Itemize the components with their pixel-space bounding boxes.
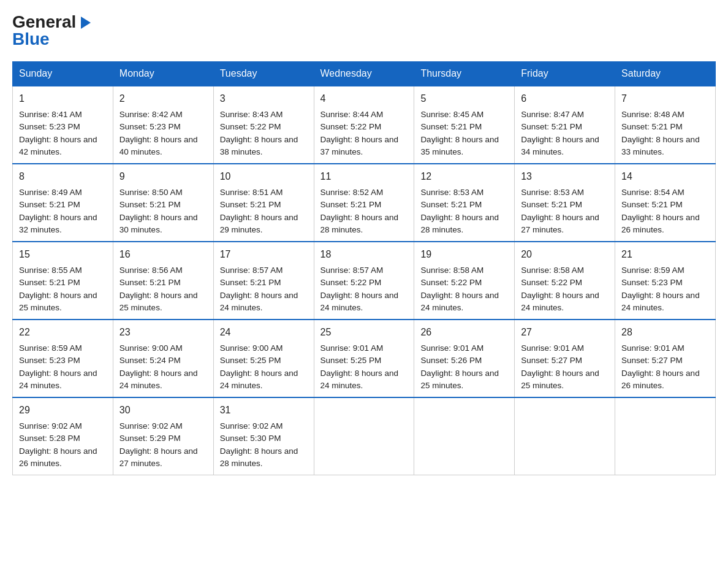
calendar-table: SundayMondayTuesdayWednesdayThursdayFrid… [12, 61, 716, 475]
sunrise-text: Sunrise: 9:01 AM [320, 343, 384, 353]
sunset-text: Sunset: 5:27 PM [521, 356, 582, 365]
calendar-cell: 6Sunrise: 8:47 AMSunset: 5:21 PMDaylight… [515, 86, 615, 164]
day-number: 17 [220, 247, 308, 262]
sunrise-text: Sunrise: 8:51 AM [220, 188, 283, 197]
daylight-text: Daylight: 8 hours and 26 minutes. [19, 446, 97, 468]
daylight-text: Daylight: 8 hours and 32 minutes. [19, 213, 97, 234]
logo: General Blue [12, 12, 94, 49]
sunrise-text: Sunrise: 8:45 AM [420, 110, 483, 119]
calendar-cell: 20Sunrise: 8:58 AMSunset: 5:22 PMDayligh… [515, 242, 615, 320]
sunset-text: Sunset: 5:30 PM [220, 434, 281, 443]
sunset-text: Sunset: 5:22 PM [320, 278, 382, 287]
daylight-text: Daylight: 8 hours and 38 minutes. [220, 135, 298, 156]
day-number: 4 [320, 91, 408, 106]
sunrise-text: Sunrise: 9:02 AM [19, 421, 82, 431]
calendar-cell: 3Sunrise: 8:43 AMSunset: 5:22 PMDaylight… [213, 86, 314, 164]
sunrise-text: Sunrise: 8:59 AM [621, 266, 684, 275]
sunset-text: Sunset: 5:23 PM [119, 122, 181, 131]
day-number: 9 [119, 169, 207, 184]
daylight-text: Daylight: 8 hours and 26 minutes. [621, 369, 700, 390]
calendar-week-4: 22Sunrise: 8:59 AMSunset: 5:23 PMDayligh… [13, 320, 716, 397]
calendar-cell: 12Sunrise: 8:53 AMSunset: 5:21 PMDayligh… [414, 164, 515, 242]
daylight-text: Daylight: 8 hours and 25 minutes. [521, 369, 599, 390]
day-number: 15 [19, 247, 107, 262]
calendar-cell: 9Sunrise: 8:50 AMSunset: 5:21 PMDaylight… [113, 164, 213, 242]
sunset-text: Sunset: 5:23 PM [19, 122, 80, 131]
calendar-cell: 26Sunrise: 9:01 AMSunset: 5:26 PMDayligh… [414, 320, 515, 397]
calendar-cell: 23Sunrise: 9:00 AMSunset: 5:24 PMDayligh… [113, 320, 213, 397]
sunset-text: Sunset: 5:21 PM [621, 122, 683, 131]
day-number: 10 [220, 169, 308, 184]
sunset-text: Sunset: 5:21 PM [320, 200, 382, 209]
sunrise-text: Sunrise: 9:00 AM [220, 343, 283, 353]
daylight-text: Daylight: 8 hours and 35 minutes. [420, 135, 499, 156]
sunset-text: Sunset: 5:22 PM [420, 278, 482, 287]
sunrise-text: Sunrise: 9:00 AM [119, 343, 183, 353]
calendar-cell: 21Sunrise: 8:59 AMSunset: 5:23 PMDayligh… [615, 242, 716, 320]
day-number: 31 [220, 403, 308, 418]
daylight-text: Daylight: 8 hours and 25 minutes. [420, 369, 499, 390]
sunset-text: Sunset: 5:21 PM [420, 122, 482, 131]
daylight-text: Daylight: 8 hours and 24 minutes. [19, 369, 97, 390]
sunrise-text: Sunrise: 8:42 AM [119, 110, 183, 119]
day-number: 30 [119, 403, 207, 418]
sunrise-text: Sunrise: 9:02 AM [220, 421, 283, 431]
sunrise-text: Sunrise: 8:50 AM [119, 188, 183, 197]
sunrise-text: Sunrise: 8:57 AM [320, 266, 384, 275]
daylight-text: Daylight: 8 hours and 28 minutes. [420, 213, 499, 234]
sunset-text: Sunset: 5:21 PM [621, 200, 683, 209]
daylight-text: Daylight: 8 hours and 24 minutes. [320, 369, 399, 390]
sunrise-text: Sunrise: 9:01 AM [420, 343, 483, 353]
sunrise-text: Sunrise: 8:53 AM [521, 188, 584, 197]
header-thursday: Thursday [414, 62, 515, 86]
sunrise-text: Sunrise: 8:56 AM [119, 266, 183, 275]
sunset-text: Sunset: 5:23 PM [19, 356, 80, 365]
sunrise-text: Sunrise: 8:53 AM [420, 188, 483, 197]
sunrise-text: Sunrise: 9:02 AM [119, 421, 183, 431]
sunset-text: Sunset: 5:21 PM [420, 200, 482, 209]
sunrise-text: Sunrise: 8:48 AM [621, 110, 684, 119]
calendar-week-3: 15Sunrise: 8:55 AMSunset: 5:21 PMDayligh… [13, 242, 716, 320]
logo-blue: Blue [12, 29, 50, 49]
day-number: 20 [521, 247, 609, 262]
sunset-text: Sunset: 5:21 PM [19, 278, 80, 287]
sunset-text: Sunset: 5:25 PM [320, 356, 382, 365]
calendar-cell: 16Sunrise: 8:56 AMSunset: 5:21 PMDayligh… [113, 242, 213, 320]
daylight-text: Daylight: 8 hours and 30 minutes. [119, 213, 198, 234]
svg-marker-0 [81, 17, 91, 29]
calendar-cell: 29Sunrise: 9:02 AMSunset: 5:28 PMDayligh… [13, 397, 113, 475]
calendar-cell: 17Sunrise: 8:57 AMSunset: 5:21 PMDayligh… [213, 242, 314, 320]
calendar-cell: 1Sunrise: 8:41 AMSunset: 5:23 PMDaylight… [13, 86, 113, 164]
calendar-cell: 24Sunrise: 9:00 AMSunset: 5:25 PMDayligh… [213, 320, 314, 397]
calendar-cell: 28Sunrise: 9:01 AMSunset: 5:27 PMDayligh… [615, 320, 716, 397]
day-number: 16 [119, 247, 207, 262]
daylight-text: Daylight: 8 hours and 24 minutes. [220, 369, 298, 390]
sunrise-text: Sunrise: 8:44 AM [320, 110, 384, 119]
day-number: 12 [420, 169, 508, 184]
day-number: 13 [521, 169, 609, 184]
sunset-text: Sunset: 5:26 PM [420, 356, 482, 365]
sunset-text: Sunset: 5:21 PM [19, 200, 80, 209]
daylight-text: Daylight: 8 hours and 24 minutes. [521, 291, 599, 312]
calendar-cell: 13Sunrise: 8:53 AMSunset: 5:21 PMDayligh… [515, 164, 615, 242]
day-number: 26 [420, 325, 508, 340]
sunset-text: Sunset: 5:29 PM [119, 434, 181, 443]
daylight-text: Daylight: 8 hours and 42 minutes. [19, 135, 97, 156]
sunset-text: Sunset: 5:24 PM [119, 356, 181, 365]
sunset-text: Sunset: 5:23 PM [621, 278, 683, 287]
header-friday: Friday [515, 62, 615, 86]
daylight-text: Daylight: 8 hours and 25 minutes. [119, 291, 198, 312]
sunset-text: Sunset: 5:21 PM [119, 200, 181, 209]
daylight-text: Daylight: 8 hours and 28 minutes. [220, 446, 298, 468]
sunset-text: Sunset: 5:22 PM [521, 278, 582, 287]
calendar-cell [515, 397, 615, 475]
day-number: 1 [19, 91, 107, 106]
daylight-text: Daylight: 8 hours and 24 minutes. [119, 369, 198, 390]
calendar-cell: 25Sunrise: 9:01 AMSunset: 5:25 PMDayligh… [314, 320, 414, 397]
sunrise-text: Sunrise: 8:47 AM [521, 110, 584, 119]
calendar-cell [314, 397, 414, 475]
sunrise-text: Sunrise: 8:41 AM [19, 110, 82, 119]
day-number: 29 [19, 403, 107, 418]
sunrise-text: Sunrise: 9:01 AM [521, 343, 584, 353]
sunset-text: Sunset: 5:27 PM [621, 356, 683, 365]
